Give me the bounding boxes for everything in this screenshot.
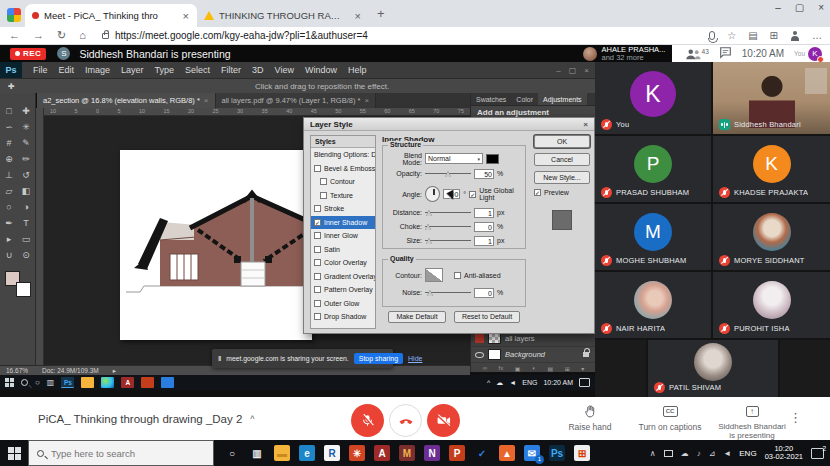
style-label: Blending Options: Default — [314, 151, 375, 158]
taskbar-search[interactable] — [28, 440, 214, 466]
sidebar-icon[interactable]: ▤ — [748, 30, 757, 41]
revit-icon[interactable]: R — [324, 445, 340, 461]
display-icon[interactable] — [664, 450, 673, 457]
participant-tile[interactable]: PATIL SHIVAM — [648, 340, 778, 397]
edge-icon[interactable]: e — [299, 445, 315, 461]
style-row-inner-shadow: Inner Shadow — [311, 216, 375, 230]
task-view-icon[interactable]: ▥ — [249, 445, 265, 461]
participant-tile[interactable]: PUROHIT ISHA — [713, 272, 830, 338]
noise-slider — [425, 292, 471, 293]
office-app-icon — [141, 377, 154, 388]
ps-menu-type: Type — [155, 65, 175, 75]
stop-sharing-button: Stop sharing — [354, 353, 403, 364]
3ds-max-icon[interactable]: M — [399, 445, 415, 461]
onedrive-icon[interactable]: ☁ — [681, 449, 689, 458]
search-input[interactable] — [51, 448, 191, 459]
participant-tile[interactable]: NAIR HARITA — [595, 272, 711, 338]
todo-icon[interactable]: ✓ — [474, 445, 490, 461]
rhino-app-icon[interactable]: ✳ — [349, 445, 365, 461]
refresh-icon[interactable]: ↻ — [57, 29, 66, 42]
participant-tile-you[interactable]: K You — [595, 62, 711, 134]
forward-icon[interactable]: → — [33, 29, 44, 42]
style-row-inner-glow: Inner Glow — [311, 229, 375, 243]
voice-search-icon[interactable] — [709, 31, 715, 40]
header-controls: 43 10:20 AM You K — [672, 45, 830, 62]
collections-icon[interactable]: ⊞ — [770, 30, 778, 41]
lock-icon[interactable] — [102, 33, 109, 39]
self-avatar-mini[interactable]: You K — [794, 47, 822, 61]
volume-icon[interactable]: ◄ — [723, 449, 731, 458]
captions-button[interactable]: CC Turn on captions — [634, 403, 706, 432]
autocad-icon[interactable]: A — [374, 445, 390, 461]
file-explorer-icon[interactable]: ▬ — [274, 445, 290, 461]
more-options-icon[interactable]: ⋮ — [789, 410, 802, 425]
close-icon[interactable]: × — [818, 2, 824, 13]
shadow-color-swatch — [486, 154, 499, 164]
more-participants[interactable]: AHALE PRASHA... and 32 more — [602, 46, 672, 62]
microphone-tray-icon[interactable]: ♪ — [697, 449, 701, 458]
browser-menu-icon[interactable]: … — [812, 30, 822, 41]
participant-tile-siddhesh[interactable]: Siddhesh Bhandari — [713, 62, 830, 134]
start-button[interactable] — [0, 440, 28, 466]
grid-filler — [780, 340, 830, 397]
browser-tab-drive[interactable]: THINKING THROUGH RAWINGS × — [197, 4, 369, 27]
make-default-button: Make Default — [388, 311, 446, 323]
people-icon[interactable]: 43 — [684, 48, 709, 60]
chat-icon[interactable] — [719, 45, 732, 63]
meeting-title[interactable]: PiCA_ Thinking through drawing _Day 2 ^ — [38, 413, 255, 425]
camera-toggle-button[interactable] — [427, 404, 460, 437]
onenote-icon[interactable]: N — [424, 445, 440, 461]
participant-tile[interactable]: K KHADSE PRAJAKTA — [713, 136, 830, 202]
participant-tile[interactable]: MORYE SIDDHANT — [713, 204, 830, 270]
language-indicator[interactable]: ENG — [739, 449, 756, 458]
powerpoint-icon[interactable]: P — [449, 445, 465, 461]
presentation-screen[interactable]: Ps FileEditImageLayerTypeSelectFilter3DV… — [0, 62, 595, 397]
minimize-icon[interactable]: – — [775, 2, 781, 13]
presenting-sub: is presenting — [716, 431, 788, 440]
windows-taskbar: ○▥▬eR✳AMNP✓▲✉1Ps⊞ ∧ ☁ ♪ ⊿ ◄ ENG 10:20 03… — [0, 440, 830, 466]
ruler-number: 35 — [262, 108, 268, 115]
style-checkbox — [314, 300, 321, 307]
maximize-icon[interactable]: ▢ — [795, 2, 804, 13]
network-icon[interactable]: ⊿ — [709, 449, 716, 458]
new-tab-button[interactable]: + — [377, 6, 385, 21]
ps-color-swatches — [5, 271, 31, 297]
url-text[interactable]: https://meet.google.com/kgy-eaha-jdw?pli… — [115, 30, 368, 41]
ps-doc-tab: a2_section @ 16.8% (elevation walls, RGB… — [37, 93, 216, 108]
tab-close-icon[interactable]: × — [354, 10, 362, 22]
autodesk-app-icon[interactable]: ▲ — [499, 445, 515, 461]
profile-icon[interactable] — [790, 31, 800, 41]
style-label: Drop Shadow — [324, 313, 366, 320]
cortana-icon[interactable]: ○ — [224, 445, 240, 461]
ruler-number: 60 — [384, 108, 390, 115]
store-icon[interactable]: ⊞ — [574, 445, 590, 461]
layer-style-dialog: Layer Style × Styles Blending Options: D… — [303, 117, 595, 334]
mic-toggle-button[interactable] — [351, 404, 384, 437]
action-center-icon[interactable]: 2 — [811, 448, 824, 459]
photoshop-icon[interactable]: Ps — [549, 445, 565, 461]
style-checkbox — [314, 232, 321, 239]
taskbar-clock[interactable]: 10:20 03-02-2021 — [765, 445, 803, 462]
mic-muted-icon — [719, 255, 730, 266]
presenting-status[interactable]: ↑ Siddhesh Bhandari is presenting — [716, 403, 788, 440]
participant-tile[interactable]: M MOGHE SHUBHAM — [595, 204, 711, 270]
browser-tab-strip: Meet - PiCA_ Thinking thro × THINKING TH… — [0, 0, 830, 27]
mail-icon[interactable]: ✉1 — [524, 445, 540, 461]
home-icon[interactable]: ⌂ — [79, 29, 86, 42]
browser-tab-meet[interactable]: Meet - PiCA_ Thinking thro × — [25, 4, 197, 27]
ruler-number: 5 — [117, 108, 120, 115]
clock-text: 10:20 AM — [742, 48, 784, 59]
ruler-number: 10 — [50, 108, 56, 115]
show-hidden-icons[interactable]: ∧ — [650, 449, 656, 458]
favorites-icon[interactable]: ☆ — [727, 30, 736, 41]
back-icon[interactable]: ← — [9, 29, 20, 42]
raise-hand-button[interactable]: Raise hand — [560, 403, 620, 432]
participant-tile[interactable]: P PRASAD SHUBHAM — [595, 136, 711, 202]
mic-muted-icon — [601, 187, 612, 198]
ps-menu-layer: Layer — [121, 65, 144, 75]
hang-up-button[interactable] — [389, 404, 422, 437]
eyedropper-tool-icon: ✎ — [18, 135, 35, 151]
shared-clock: 10:20 AM — [543, 379, 573, 386]
tab-close-icon[interactable]: × — [182, 10, 190, 22]
ps-doc-tab: all layers.pdf @ 9.47% (Layer 1, RGB/8) … — [216, 93, 377, 108]
